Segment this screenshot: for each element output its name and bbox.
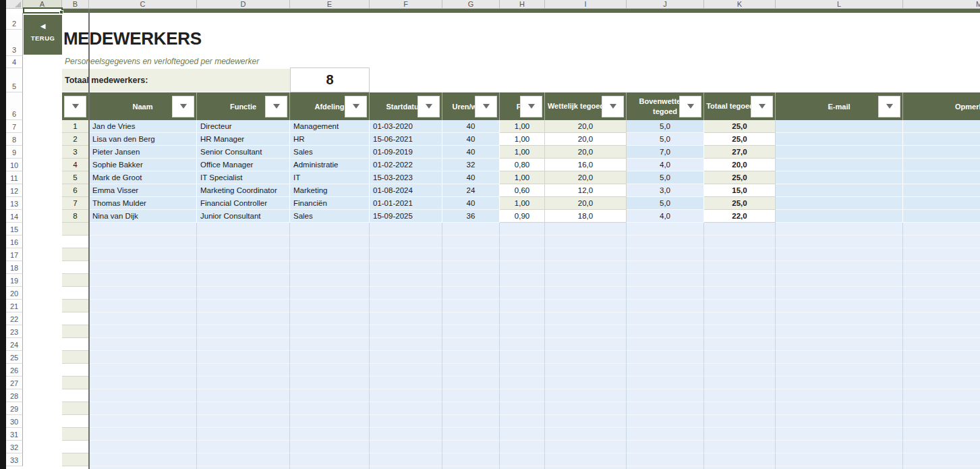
cell-uren-row-empty[interactable] — [442, 236, 500, 248]
column-header-m[interactable]: M — [903, 0, 980, 9]
cell-naam-row-empty[interactable] — [89, 325, 197, 338]
cell-opmerkingen-row-empty[interactable] — [903, 364, 980, 377]
cell-afdeling-row6[interactable]: Marketing — [290, 184, 370, 197]
cell-functie-row6[interactable]: Marketing Coordinator — [197, 184, 290, 197]
cell-afdeling-row-empty[interactable] — [290, 261, 370, 274]
cell-startdatum-row-empty[interactable] — [370, 402, 442, 415]
cell-opmerkingen-row7[interactable] — [903, 197, 980, 210]
cell-nr-row-empty[interactable] — [62, 389, 89, 402]
cell-wettelijk-row8[interactable]: 18,0 — [545, 210, 627, 223]
row-header-11[interactable]: 11 — [6, 171, 23, 184]
row-header-6[interactable]: 6 — [6, 92, 23, 120]
cell-opmerkingen-row6[interactable] — [903, 184, 980, 197]
cell-naam-row-empty[interactable] — [89, 338, 197, 351]
cell-afdeling-row-empty[interactable] — [290, 325, 370, 338]
cell-startdatum-row-empty[interactable] — [370, 441, 442, 453]
cell-uren-row8[interactable]: 36 — [442, 210, 500, 223]
cell-email-row-empty[interactable] — [776, 338, 903, 351]
cell-uren-row-empty[interactable] — [442, 325, 500, 338]
cell-email-row5[interactable] — [776, 171, 903, 184]
cell-startdatum-row3[interactable]: 01-09-2019 — [370, 146, 442, 159]
cell-nr-row-empty[interactable] — [62, 325, 89, 338]
cell-wettelijk-row-empty[interactable] — [545, 261, 627, 274]
cell-opmerkingen-row2[interactable] — [903, 133, 980, 146]
cell-functie-row-empty[interactable] — [197, 312, 290, 325]
cell-totaal-row-empty[interactable] — [704, 364, 776, 377]
cell-nr-row-empty[interactable] — [62, 364, 89, 377]
cell-functie-row1[interactable]: Directeur — [197, 120, 290, 133]
cell-startdatum-row-empty[interactable] — [370, 428, 442, 441]
cell-totaal-row-empty[interactable] — [704, 466, 776, 469]
cell-email-row4[interactable] — [776, 159, 903, 171]
row-header-30[interactable]: 30 — [6, 415, 23, 428]
cell-afdeling-row-empty[interactable] — [290, 300, 370, 312]
cell-wettelijk-row-empty[interactable] — [545, 325, 627, 338]
column-header-h[interactable]: H — [500, 0, 545, 9]
cell-email-row-empty[interactable] — [776, 466, 903, 469]
cell-totaal-row-empty[interactable] — [704, 377, 776, 389]
cell-bovenwettelijk-row-empty[interactable] — [627, 300, 704, 312]
cell-afdeling-row-empty[interactable] — [290, 287, 370, 300]
cell-functie-row-empty[interactable] — [197, 351, 290, 364]
cell-wettelijk-row2[interactable]: 20,0 — [545, 133, 627, 146]
cell-nr-row5[interactable]: 5 — [62, 171, 89, 184]
cell-nr-row-empty[interactable] — [62, 261, 89, 274]
row-header-27[interactable]: 27 — [6, 377, 23, 389]
cell-afdeling-row1[interactable]: Management — [290, 120, 370, 133]
cell-fte-row7[interactable]: 1,00 — [500, 197, 545, 210]
cell-email-row1[interactable] — [776, 120, 903, 133]
row-header-25[interactable]: 25 — [6, 351, 23, 364]
cell-startdatum-row-empty[interactable] — [370, 466, 442, 469]
cell-startdatum-row-empty[interactable] — [370, 325, 442, 338]
cell-uren-row-empty[interactable] — [442, 300, 500, 312]
cell-afdeling-row-empty[interactable] — [290, 312, 370, 325]
row-header-5[interactable]: 5 — [6, 68, 23, 92]
cell-naam-row-empty[interactable] — [89, 312, 197, 325]
cell-nr-row1[interactable]: 1 — [62, 120, 89, 133]
cell-fte-row-empty[interactable] — [500, 466, 545, 469]
cell-startdatum-row-empty[interactable] — [370, 236, 442, 248]
cell-totaal-row-empty[interactable] — [704, 325, 776, 338]
cell-naam-row2[interactable]: Lisa van den Berg — [89, 133, 197, 146]
cell-opmerkingen-row-empty[interactable] — [903, 377, 980, 389]
cell-afdeling-row-empty[interactable] — [290, 274, 370, 287]
cell-uren-row-empty[interactable] — [442, 402, 500, 415]
column-header-c[interactable]: C — [89, 0, 197, 9]
cell-naam-row-empty[interactable] — [89, 389, 197, 402]
cell-functie-row-empty[interactable] — [197, 236, 290, 248]
cell-email-row-empty[interactable] — [776, 415, 903, 428]
cell-opmerkingen-row5[interactable] — [903, 171, 980, 184]
cell-fte-row3[interactable]: 1,00 — [500, 146, 545, 159]
cell-nr-row2[interactable]: 2 — [62, 133, 89, 146]
cell-nr-row-empty[interactable] — [62, 351, 89, 364]
cell-startdatum-row-empty[interactable] — [370, 274, 442, 287]
cell-bovenwettelijk-row-empty[interactable] — [627, 377, 704, 389]
cell-afdeling-row4[interactable]: Administratie — [290, 159, 370, 171]
cell-functie-row-empty[interactable] — [197, 364, 290, 377]
filter-dropdown-bovenwettelijk[interactable] — [679, 96, 701, 117]
cell-wettelijk-row1[interactable]: 20,0 — [545, 120, 627, 133]
cell-afdeling-row-empty[interactable] — [290, 351, 370, 364]
row-header-19[interactable]: 19 — [6, 274, 23, 287]
column-header-e[interactable]: E — [290, 0, 370, 9]
row-header-15[interactable]: 15 — [6, 223, 23, 236]
cell-uren-row-empty[interactable] — [442, 453, 500, 466]
cell-opmerkingen-row-empty[interactable] — [903, 261, 980, 274]
cell-startdatum-row-empty[interactable] — [370, 248, 442, 261]
cell-nr-row-empty[interactable] — [62, 287, 89, 300]
cell-opmerkingen-row8[interactable] — [903, 210, 980, 223]
cell-wettelijk-row-empty[interactable] — [545, 441, 627, 453]
cell-wettelijk-row-empty[interactable] — [545, 287, 627, 300]
cell-startdatum-row-empty[interactable] — [370, 351, 442, 364]
cell-functie-row-empty[interactable] — [197, 338, 290, 351]
cell-wettelijk-row5[interactable]: 20,0 — [545, 171, 627, 184]
cell-naam-row-empty[interactable] — [89, 351, 197, 364]
cell-naam-row-empty[interactable] — [89, 364, 197, 377]
cell-startdatum-row-empty[interactable] — [370, 223, 442, 236]
cell-wettelijk-row-empty[interactable] — [545, 338, 627, 351]
cell-email-row-empty[interactable] — [776, 248, 903, 261]
cell-fte-row-empty[interactable] — [500, 274, 545, 287]
cell-functie-row4[interactable]: Office Manager — [197, 159, 290, 171]
cell-wettelijk-row-empty[interactable] — [545, 274, 627, 287]
column-header-j[interactable]: J — [627, 0, 704, 9]
